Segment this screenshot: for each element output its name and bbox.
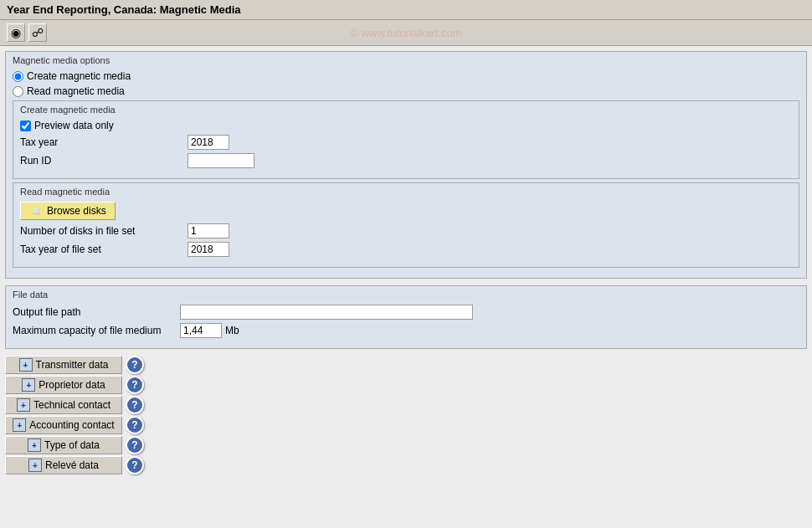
action-buttons-section: + Transmitter data ? + Proprietor data ?… xyxy=(5,356,807,474)
transmitter-help-button[interactable]: ? xyxy=(126,356,144,374)
read-group-label: Read magnetic media xyxy=(20,187,792,197)
btn-row-proprietor: + Proprietor data ? xyxy=(5,376,807,394)
toolbar: ◉ ☍ © www.tutorialkart.com xyxy=(0,20,812,46)
technical-label: Technical contact xyxy=(33,399,110,411)
tax-year-label: Tax year xyxy=(20,136,188,148)
browse-row: ◽ Browse disks xyxy=(20,202,792,220)
magnetic-media-options-label: Magnetic media options xyxy=(13,55,799,65)
btn-row-accounting: + Accounting contact ? xyxy=(5,416,807,434)
max-capacity-row: Maximum capacity of file medium Mb xyxy=(13,323,799,338)
toolbar-btn-2[interactable]: ☍ xyxy=(28,23,47,42)
type-data-help-button[interactable]: ? xyxy=(126,436,144,454)
tax-year-row: Tax year xyxy=(20,135,792,150)
releve-help-button[interactable]: ? xyxy=(126,456,144,474)
type-data-icon: + xyxy=(28,438,41,452)
tax-year-input[interactable] xyxy=(188,135,229,150)
preview-checkbox-row: Preview data only xyxy=(20,120,792,131)
mb-unit-label: Mb xyxy=(225,325,239,336)
max-capacity-label: Maximum capacity of file medium xyxy=(13,325,180,336)
radio-read-row: Read magnetic media xyxy=(13,85,799,97)
proprietor-label: Proprietor data xyxy=(39,379,105,391)
tax-year-fileset-label: Tax year of file set xyxy=(20,243,188,255)
proprietor-help-button[interactable]: ? xyxy=(126,376,144,394)
file-data-label: File data xyxy=(13,290,799,300)
type-data-label: Type of data xyxy=(44,439,100,451)
title-bar: Year End Reporting, Canada: Magnetic Med… xyxy=(0,0,812,20)
technical-contact-button[interactable]: + Technical contact xyxy=(5,396,122,414)
releve-icon: + xyxy=(28,459,42,472)
read-magnetic-media-group: Read magnetic media ◽ Browse disks Numbe… xyxy=(13,182,799,268)
radio-read[interactable] xyxy=(13,86,23,97)
run-id-input[interactable] xyxy=(188,153,254,168)
create-group-label: Create magnetic media xyxy=(20,105,792,115)
num-disks-input[interactable] xyxy=(188,223,229,238)
radio-read-label: Read magnetic media xyxy=(27,85,125,97)
run-id-row: Run ID xyxy=(20,153,792,168)
tax-year-fileset-input[interactable] xyxy=(188,242,229,257)
transmitter-icon: + xyxy=(19,358,33,372)
accounting-icon: + xyxy=(13,418,26,432)
output-path-row: Output file path xyxy=(13,305,799,320)
accounting-label: Accounting contact xyxy=(29,419,114,431)
browse-btn-label: Browse disks xyxy=(47,205,106,217)
releve-data-button[interactable]: + Relevé data xyxy=(5,456,122,474)
num-disks-row: Number of disks in file set xyxy=(20,223,792,238)
tax-year-fileset-row: Tax year of file set xyxy=(20,242,792,257)
proprietor-icon: + xyxy=(22,378,35,392)
transmitter-label: Transmitter data xyxy=(36,359,109,371)
proprietor-data-button[interactable]: + Proprietor data xyxy=(5,376,122,394)
accounting-contact-button[interactable]: + Accounting contact xyxy=(5,416,122,434)
magnetic-media-options-group: Magnetic media options Create magnetic m… xyxy=(5,51,807,279)
watermark: © www.tutorialkart.com xyxy=(350,27,461,39)
radio-create-label: Create magnetic media xyxy=(27,70,131,82)
btn-row-transmitter: + Transmitter data ? xyxy=(5,356,807,374)
browse-icon: ◽ xyxy=(29,204,44,218)
btn-row-releve: + Relevé data ? xyxy=(5,456,807,474)
technical-help-button[interactable]: ? xyxy=(126,396,144,414)
btn-row-type-data: + Type of data ? xyxy=(5,436,807,454)
toolbar-btn-1[interactable]: ◉ xyxy=(7,23,25,42)
output-path-label: Output file path xyxy=(13,306,180,318)
run-id-label: Run ID xyxy=(20,155,188,167)
radio-create[interactable] xyxy=(13,71,23,82)
output-path-input[interactable] xyxy=(180,305,473,320)
releve-label: Relevé data xyxy=(45,459,99,471)
preview-label: Preview data only xyxy=(34,120,114,131)
main-content: Magnetic media options Create magnetic m… xyxy=(0,46,812,479)
browse-disks-button[interactable]: ◽ Browse disks xyxy=(20,202,116,220)
accounting-help-button[interactable]: ? xyxy=(126,416,144,434)
technical-icon: + xyxy=(17,398,30,412)
preview-checkbox[interactable] xyxy=(20,120,31,131)
radio-create-row: Create magnetic media xyxy=(13,70,799,82)
create-magnetic-media-group: Create magnetic media Preview data only … xyxy=(13,100,799,179)
num-disks-label: Number of disks in file set xyxy=(20,225,188,237)
btn-row-technical: + Technical contact ? xyxy=(5,396,807,414)
max-capacity-input[interactable] xyxy=(180,323,222,338)
type-of-data-button[interactable]: + Type of data xyxy=(5,436,122,454)
file-data-group: File data Output file path Maximum capac… xyxy=(5,285,807,349)
page-title: Year End Reporting, Canada: Magnetic Med… xyxy=(7,3,241,16)
transmitter-data-button[interactable]: + Transmitter data xyxy=(5,356,122,374)
